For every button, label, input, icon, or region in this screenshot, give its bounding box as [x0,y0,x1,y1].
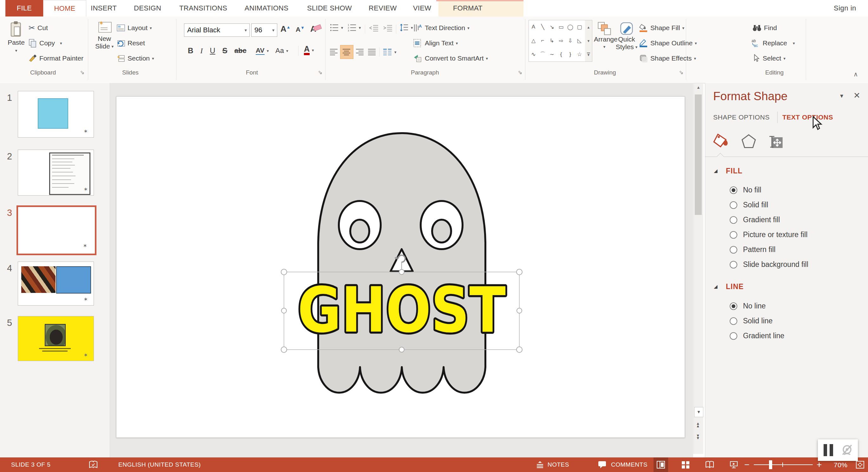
increase-indent-button[interactable] [383,24,393,32]
numbering-button[interactable]: 1 2 3 ▾ [348,24,361,32]
shape-arrow[interactable]: ↘ [547,20,556,34]
handle-mid-right[interactable] [517,308,522,313]
shape-arc[interactable]: ⌒ [538,48,547,61]
comments-button[interactable]: COMMENTS [611,461,648,468]
drawing-dialog-launcher[interactable]: ⇘ [679,69,683,76]
text-shadow-abc-button[interactable]: abc [235,46,247,55]
arrange-button[interactable]: Arrange ▾ [594,20,615,63]
handle-mid-left[interactable] [281,308,286,313]
handle-top-left[interactable] [281,269,287,275]
shape-right-brace[interactable]: } [566,48,575,61]
reset-button[interactable]: Reset [117,37,145,49]
view-reading-button[interactable] [703,458,717,472]
font-name-caret[interactable]: ▾ [242,28,249,33]
shape-curve[interactable]: ∼ [547,48,556,61]
text-fill-outline-icon[interactable] [713,133,730,150]
select-button[interactable]: Select ▾ [752,53,785,64]
fill-section-header[interactable]: FILL [726,167,743,175]
align-text-button[interactable]: Align Text ▾ [413,37,458,49]
radio-solid-line[interactable] [730,317,737,325]
thumbnail-1[interactable]: ✶ [18,91,94,138]
bullets-caret[interactable]: ▾ [341,25,343,30]
zoom-slider-thumb[interactable] [769,460,772,469]
numbering-caret[interactable]: ▾ [359,25,361,30]
thumbnail-5[interactable]: ✶ [18,316,94,361]
sign-in-link[interactable]: Sign in [834,4,856,12]
shape-fill-button[interactable]: Shape Fill ▾ [639,22,684,34]
textbox-options-icon[interactable] [768,133,784,149]
collapse-ribbon-button[interactable]: ∧ [854,70,858,78]
decrease-font-size-button[interactable]: A▼ [296,25,305,33]
convert-smartart-button[interactable]: Convert to SmartArt ▾ [413,53,488,64]
tab-animations[interactable]: ANIMATIONS [240,0,293,16]
font-size-caret[interactable]: ▾ [270,28,277,33]
gradient-line-label[interactable]: Gradient line [743,332,784,340]
scroll-down-button[interactable]: ▼ [694,407,703,417]
canvas-vertical-scrollbar[interactable]: ▲ ▼ ▲▲ ▼▼ [693,84,703,454]
scroll-up-icon[interactable]: ▲ [696,85,701,90]
thumbnail-4[interactable]: ✶ [18,262,94,306]
shape-rectangle[interactable]: ▭ [556,20,566,34]
tab-design[interactable]: DESIGN [129,0,165,16]
handle-top-center[interactable] [399,269,404,274]
paste-button[interactable]: Paste ▾ [7,20,25,61]
shape-effects-button[interactable]: Shape Effects ▾ [639,53,696,64]
tab-review[interactable]: REVIEW [364,0,401,16]
language-indicator[interactable]: ENGLISH (UNITED STATES) [118,461,201,468]
paste-dropdown-caret[interactable]: ▾ [7,48,25,53]
tab-insert[interactable]: INSERT [86,0,121,16]
font-name-combobox[interactable]: Arial Black ▾ [184,24,250,37]
character-spacing-button[interactable]: AV ▾ [256,44,269,57]
shape-line[interactable]: ╲ [538,20,547,34]
copy-dropdown-caret[interactable]: ▾ [60,41,62,46]
bullets-button[interactable]: ▾ [330,24,343,32]
radio-slide-bg-fill[interactable] [730,261,737,269]
font-color-button[interactable]: A ▾ [304,44,314,57]
view-slideshow-button[interactable] [726,458,741,472]
handle-top-right[interactable] [517,269,522,275]
thumbnail-3-selected[interactable]: ✶ [17,205,96,255]
handle-bottom-right[interactable] [517,347,522,352]
zoom-in-button[interactable]: + [816,460,822,470]
slide-bg-fill-label[interactable]: Slide background fill [743,260,808,269]
shape-gallery[interactable]: A ╲ ↘ ▭ ◯ ▢ △ ⌐ ↳ ⇨ ⇩ ◺ ∿ ⌒ ∼ { } ☆ [529,20,586,62]
replace-button[interactable]: ab ac Replace ▾ [751,37,795,49]
handle-bottom-left[interactable] [281,347,287,352]
text-effects-icon[interactable] [741,133,757,149]
radio-no-line[interactable] [730,302,737,310]
tab-view[interactable]: VIEW [409,0,436,16]
replace-caret[interactable]: ▾ [793,41,795,46]
gallery-more-icon[interactable]: ▼ [587,53,590,57]
change-case-button[interactable]: Aa ▾ [275,44,288,57]
line-collapse-icon[interactable]: ◢ [714,284,718,290]
shape-down-arrow[interactable]: ⇩ [566,34,575,47]
gradient-fill-label[interactable]: Gradient fill [743,215,780,224]
tab-shape-options[interactable]: SHAPE OPTIONS [713,113,770,121]
shape-rounded-rectangle[interactable]: ▢ [575,20,584,34]
clipboard-dialog-launcher[interactable]: ⇘ [80,69,84,76]
radio-gradient-line[interactable] [730,332,737,340]
justify-button[interactable] [368,48,376,56]
gallery-scroll-up-icon[interactable]: ▲ [587,25,590,29]
picture-fill-label[interactable]: Picture or texture fill [743,231,807,239]
radio-solid-fill[interactable] [730,201,737,209]
thumbnail-2[interactable]: ✶ [18,149,94,196]
zoom-percentage[interactable]: 70% [834,461,848,469]
notes-button[interactable]: NOTES [548,461,569,468]
quick-styles-button[interactable]: Quick Styles ▾ [616,20,638,63]
shape-gallery-scroll[interactable]: ▲ ▼ ▼ [585,20,592,62]
align-center-button-active[interactable] [340,45,353,59]
tab-file[interactable]: FILE [5,0,43,16]
font-color-caret[interactable]: ▾ [312,48,314,53]
tab-text-options[interactable]: TEXT OPTIONS [782,113,833,121]
zoom-slider-track[interactable] [754,464,813,465]
tab-transitions[interactable]: TRANSITIONS [175,0,231,16]
cut-button[interactable]: ✂ Cut [29,22,48,34]
webcam-off-icon[interactable] [841,444,854,457]
tab-format[interactable]: FORMAT [448,0,487,16]
tab-slide-show[interactable]: SLIDE SHOW [303,0,356,16]
increase-font-size-button[interactable]: A▲ [280,24,290,34]
italic-button[interactable]: I [200,46,203,55]
pattern-fill-label[interactable]: Pattern fill [743,245,775,254]
zoom-out-button[interactable]: − [744,460,749,470]
